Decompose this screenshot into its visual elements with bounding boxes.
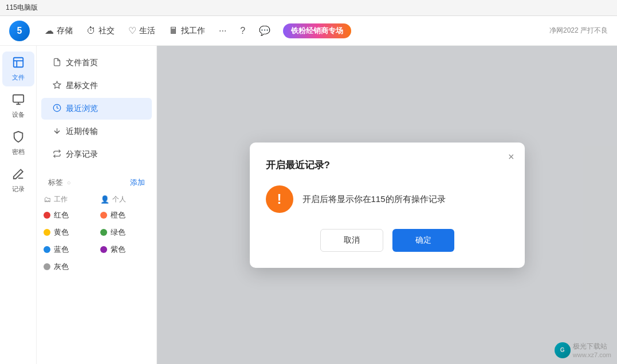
nav-label-life: 生活 [139,26,155,36]
tag-red[interactable]: 红色 [44,209,93,221]
sidebar-item-files[interactable]: 文件 [2,52,34,86]
blue-dot [44,246,50,253]
personal-col-header: 👤 个人 [100,195,150,204]
tag-purple[interactable]: 紫色 [100,243,150,256]
tags-col-personal: 👤 个人 橙色 绿色 紫色 [100,195,150,273]
menu-item-recent[interactable]: 最近浏览 [41,98,152,120]
nav-label-job: 找工作 [181,26,205,36]
nav-item-more[interactable]: ··· [213,22,232,39]
share-icon [53,149,61,160]
menu-item-file-home[interactable]: 文件首页 [41,52,152,74]
sidebar-item-devices[interactable]: 设备 [2,89,34,124]
sidebar-label-devices: 设备 [12,110,25,119]
nav-item-life[interactable]: ♡ 生活 [123,22,161,39]
tags-col-work: 🗂 工作 红色 黄色 蓝色 [44,195,93,273]
red-dot [44,212,50,219]
title-bar-label: 115电脑版 [6,3,38,13]
dialog-message: 开启后将显示你在115的所有操作记录 [302,192,446,206]
dialog-close-button[interactable]: × [508,152,514,162]
svg-marker-6 [53,81,61,88]
dialog: 开启最近记录? × ! 开启后将显示你在115的所有操作记录 取消 确定 [250,143,525,268]
content-area: 暂无记录 开启最近记录 G 极光下载站 www.xz7.com 开启最近记录? … [157,46,617,364]
starred-icon [53,81,61,91]
tags-add-button[interactable]: 添加 [130,177,145,188]
menu-item-share[interactable]: 分享记录 [41,144,152,165]
files-icon [12,56,25,72]
nav-item-storage[interactable]: ☁ 存储 [39,22,78,39]
sidebar-label-vault: 密档 [12,148,25,156]
work-icon: 🗂 [44,195,51,204]
menu-label-file-home: 文件首页 [66,58,98,68]
work-col-header: 🗂 工作 [44,195,93,204]
nav-label-storage: 存储 [57,26,73,36]
dialog-body: ! 开启后将显示你在115的所有操作记录 [266,185,509,213]
dialog-title: 开启最近记录? [266,159,509,172]
orange-dot [100,212,107,219]
tags-label: 标签 ○ [48,177,70,188]
dialog-actions: 取消 确定 [266,229,509,252]
tag-orange[interactable]: 橙色 [100,209,150,221]
tag-green[interactable]: 绿色 [100,226,150,239]
personal-icon: 👤 [100,195,109,204]
svg-rect-0 [13,58,23,68]
menu-item-starred[interactable]: 星标文件 [41,75,152,97]
cloud-icon: ☁ [45,25,54,36]
sidebar-icons: 文件 设备 密档 [0,46,37,364]
help-icon: ? [240,26,245,36]
job-icon: 🖩 [169,26,178,36]
file-home-icon [53,58,61,68]
nav-item-job[interactable]: 🖩 找工作 [163,22,211,39]
top-nav: 5 ☁ 存储 ⏱ 社交 ♡ 生活 🖩 找工作 ··· ? 💬 铁粉经销商专场 净… [0,16,617,46]
warning-icon: ! [266,185,293,213]
purple-dot [100,246,107,253]
tags-header: 标签 ○ 添加 [44,175,150,190]
left-panel: 文件首页 星标文件 最近浏览 [37,46,157,364]
main-layout: 文件 设备 密档 [0,46,617,364]
tag-blue[interactable]: 蓝色 [44,243,93,256]
sidebar-label-records: 记录 [12,185,25,193]
promo-banner[interactable]: 铁粉经销商专场 [283,23,351,38]
records-icon [12,168,25,183]
vault-icon [12,130,25,146]
yellow-dot [44,229,50,236]
menu-label-share: 分享记录 [66,149,98,160]
nav-item-social[interactable]: ⏱ 社交 [81,22,120,39]
recent-icon [53,104,61,114]
dialog-overlay: 开启最近记录? × ! 开启后将显示你在115的所有操作记录 取消 确定 [157,46,617,364]
tags-columns: 🗂 工作 红色 黄色 蓝色 [44,195,150,273]
tag-yellow[interactable]: 黄色 [44,226,93,239]
menu-label-transfer: 近期传输 [66,126,98,137]
title-bar: 115电脑版 [0,0,617,16]
cancel-button[interactable]: 取消 [320,229,383,252]
chat-icon: 💬 [259,25,270,36]
confirm-button[interactable]: 确定 [392,229,454,252]
sidebar-label-files: 文件 [12,73,25,82]
more-icon: ··· [219,26,226,36]
life-icon: ♡ [128,25,136,36]
tags-section: 标签 ○ 添加 🗂 工作 红色 黄色 [37,175,156,273]
sidebar-item-vault[interactable]: 密档 [2,126,34,161]
gray-dot [44,263,50,270]
app-logo: 5 [9,21,30,41]
transfer-icon [53,126,61,137]
menu-label-starred: 星标文件 [66,81,98,91]
menu-item-transfer[interactable]: 近期传输 [41,121,152,143]
nav-label-social: 社交 [99,26,115,36]
menu-label-recent: 最近浏览 [66,104,98,114]
green-dot [100,229,107,236]
devices-icon [12,93,25,109]
svg-rect-3 [13,95,23,102]
nav-item-chat[interactable]: 💬 [253,22,276,39]
tag-gray[interactable]: 灰色 [44,260,93,273]
social-icon: ⏱ [87,26,96,36]
nav-item-help[interactable]: ? [234,22,251,39]
sidebar-item-records[interactable]: 记录 [2,163,34,198]
nav-right-text: 净网2022 严打不良 [549,26,608,35]
